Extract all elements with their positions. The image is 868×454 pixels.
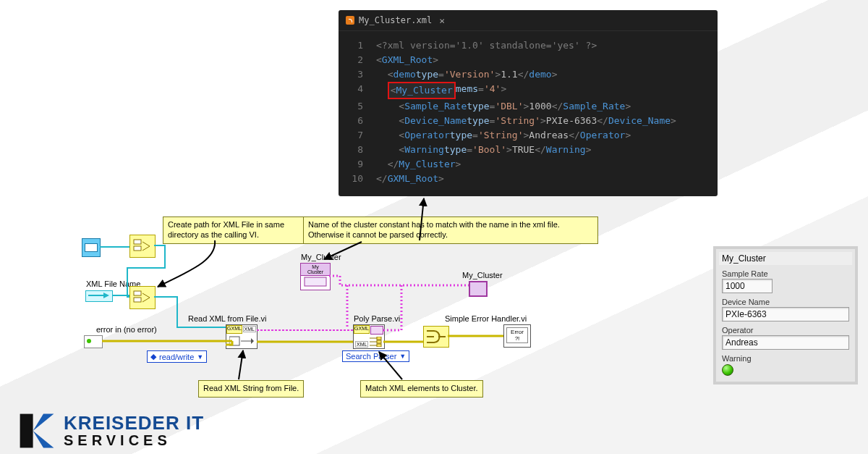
label-error-vi: Simple Error Handler.vi [445, 314, 527, 323]
close-icon[interactable]: × [439, 15, 445, 26]
editor-tab[interactable]: My_Cluster.xml × [339, 10, 718, 31]
svg-rect-0 [134, 240, 141, 244]
parser-ring[interactable]: Search Parser▼ [342, 350, 409, 362]
logo-line1: KREISEDER IT [64, 415, 204, 432]
xml-file-path-control[interactable] [85, 290, 113, 302]
tip-name-match: Name of the cluster constant has to matc… [303, 217, 598, 244]
editor-filename: My_Cluster.xml [359, 15, 432, 25]
cluster-indicator[interactable] [469, 281, 488, 297]
read-xml-vi[interactable]: GXML XML [226, 324, 258, 349]
build-path-node-1[interactable] [129, 235, 156, 258]
label-my-cluster-indicator: My_Cluster [462, 271, 503, 279]
poly-parse-vi[interactable]: GXML XML [353, 324, 385, 349]
svg-rect-4 [305, 277, 326, 286]
error-handler-vi[interactable]: Error?! [503, 324, 531, 348]
warning-label: Warning [722, 354, 849, 363]
error-in-control[interactable] [84, 335, 103, 348]
device-name-label: Device Name [722, 298, 849, 306]
cluster-title: My_Cluster [719, 252, 852, 265]
logo-line2: SERVICES [64, 434, 204, 447]
tip-read-string: Read XML String from File. [198, 380, 304, 398]
svg-marker-9 [20, 414, 33, 448]
svg-rect-1 [134, 246, 141, 251]
merge-errors-node[interactable] [423, 326, 449, 348]
svg-rect-6 [377, 337, 381, 340]
sample-rate-value[interactable]: 1000 [722, 279, 773, 293]
tip-create-path: Create path for XML File in same directo… [163, 217, 314, 244]
warning-led-icon[interactable] [722, 364, 733, 376]
label-read-vi: Read XML from File.vi [188, 314, 266, 323]
tip-match-cluster: Match XML elements to Cluster. [360, 380, 483, 398]
code-editor-window: My_Cluster.xml × 1<?xml version='1.0' st… [339, 10, 718, 196]
cluster-front-panel: My_Cluster Sample Rate 1000 Device Name … [713, 246, 858, 384]
svg-rect-5 [229, 337, 239, 345]
operator-value[interactable]: Andreas [722, 335, 849, 350]
label-error-in: error in (no error) [96, 325, 157, 334]
label-parse-vi: Poly Parse.vi [354, 314, 400, 323]
svg-rect-3 [134, 298, 141, 302]
logo-k-icon [17, 411, 56, 450]
svg-marker-11 [33, 431, 54, 447]
operator-label: Operator [722, 326, 849, 335]
sample-rate-label: Sample Rate [722, 269, 849, 278]
svg-rect-8 [377, 344, 381, 347]
brand-logo: KREISEDER IT SERVICES [17, 411, 204, 450]
highlighted-cluster-tag: <My_Cluster [388, 82, 456, 99]
svg-rect-2 [134, 291, 141, 295]
xml-lang-icon [346, 16, 354, 25]
read-write-ring[interactable]: ◆read/write▼ [147, 350, 207, 363]
svg-rect-7 [377, 340, 381, 343]
svg-marker-10 [33, 414, 54, 431]
editor-body: 1<?xml version='1.0' standalone='yes' ?>… [339, 31, 718, 196]
build-path-node-2[interactable] [129, 286, 156, 309]
cluster-constant[interactable]: MyCluster [300, 263, 331, 290]
label-my-cluster-top: My_Cluster [301, 253, 341, 261]
device-name-value[interactable]: PXIe-6363 [722, 307, 849, 321]
app-dir-constant[interactable] [82, 238, 101, 257]
